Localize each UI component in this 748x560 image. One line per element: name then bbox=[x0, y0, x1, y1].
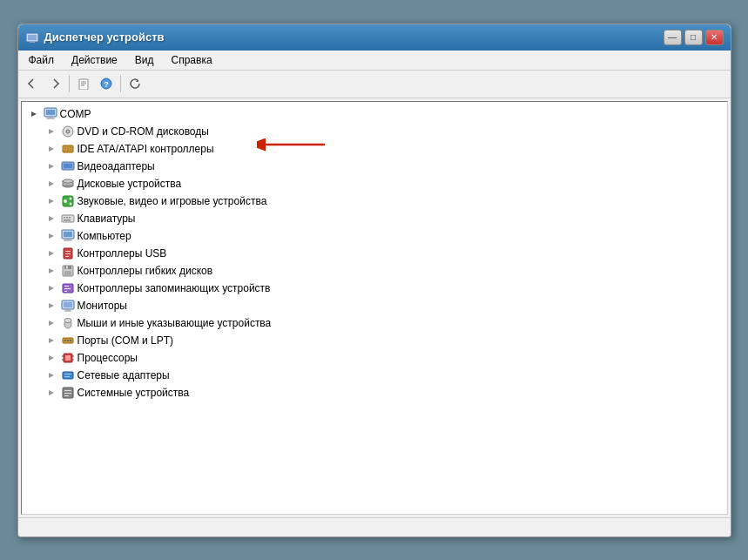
svg-marker-23 bbox=[49, 164, 54, 169]
tree-children: DVD и CD-ROM дисководы IDE ATA/ATAPI кон… bbox=[25, 123, 727, 401]
close-button[interactable]: ✕ bbox=[705, 30, 724, 45]
properties-button[interactable] bbox=[73, 73, 94, 94]
expand-arrow-2[interactable] bbox=[44, 159, 58, 173]
tree-node-2[interactable]: Видеоадаптеры bbox=[43, 158, 727, 175]
help-button[interactable]: ? bbox=[96, 73, 117, 94]
tree-node-1[interactable]: IDE ATA/ATAPI контроллеры bbox=[43, 140, 727, 158]
minimize-button[interactable]: — bbox=[664, 30, 682, 45]
expand-arrow-root[interactable] bbox=[27, 107, 41, 121]
svg-rect-49 bbox=[65, 253, 71, 254]
svg-rect-43 bbox=[64, 232, 72, 237]
tree-node-12[interactable]: Порты (COM и LPT) bbox=[43, 332, 727, 349]
svg-rect-63 bbox=[64, 302, 72, 307]
expand-arrow-3[interactable] bbox=[44, 177, 58, 191]
back-button[interactable] bbox=[22, 73, 43, 94]
expand-arrow-13[interactable] bbox=[44, 351, 58, 365]
svg-rect-3 bbox=[79, 79, 88, 90]
tree-node-11[interactable]: Мыши и иные указывающие устройства bbox=[43, 314, 727, 332]
svg-marker-61 bbox=[49, 303, 54, 308]
expand-arrow-11[interactable] bbox=[44, 316, 58, 330]
svg-rect-59 bbox=[64, 288, 71, 289]
tree-node-4[interactable]: Звуковые, видео и игровые устройства bbox=[43, 192, 727, 210]
svg-rect-90 bbox=[64, 395, 69, 396]
svg-rect-37 bbox=[64, 217, 65, 219]
item-label-9: Контроллеры запоминающих устройств bbox=[77, 282, 271, 294]
item-icon-6 bbox=[61, 229, 75, 243]
item-icon-14 bbox=[61, 368, 75, 382]
svg-rect-11 bbox=[46, 110, 55, 115]
tree-node-3[interactable]: Дисковые устройства bbox=[43, 175, 727, 192]
tree-node-15[interactable]: Системные устройства bbox=[43, 384, 727, 401]
svg-rect-88 bbox=[64, 390, 71, 391]
item-label-6: Компьютер bbox=[77, 230, 131, 242]
svg-point-17 bbox=[67, 131, 69, 132]
item-icon-3 bbox=[61, 177, 75, 191]
svg-marker-41 bbox=[49, 233, 54, 239]
window-icon bbox=[25, 30, 39, 44]
svg-marker-18 bbox=[49, 146, 54, 152]
device-tree-panel[interactable]: COMP DVD и CD-ROM дисководы IDE ATA/ATAP… bbox=[21, 101, 728, 515]
tree-node-10[interactable]: Мониторы bbox=[43, 297, 727, 314]
svg-rect-2 bbox=[30, 42, 35, 43]
tree-node-0[interactable]: DVD и CD-ROM дисководы bbox=[43, 123, 727, 140]
svg-marker-66 bbox=[49, 320, 54, 326]
svg-rect-36 bbox=[62, 215, 74, 222]
item-icon-8 bbox=[61, 264, 75, 278]
item-label-2: Видеоадаптеры bbox=[77, 160, 155, 172]
expand-arrow-6[interactable] bbox=[44, 229, 58, 243]
menu-view[interactable]: Вид bbox=[128, 52, 161, 68]
expand-arrow-1[interactable] bbox=[44, 142, 58, 156]
item-icon-10 bbox=[61, 299, 75, 313]
item-icon-0 bbox=[61, 125, 75, 138]
tree-node-14[interactable]: Сетевые адаптеры bbox=[43, 367, 727, 384]
svg-rect-83 bbox=[63, 372, 73, 379]
svg-marker-70 bbox=[49, 338, 54, 343]
expand-arrow-15[interactable] bbox=[44, 386, 58, 400]
svg-text:?: ? bbox=[104, 80, 109, 89]
root-label: COMP bbox=[60, 108, 91, 120]
toolbar-separator-1 bbox=[69, 75, 70, 92]
item-icon-15 bbox=[61, 386, 75, 400]
forward-button[interactable] bbox=[44, 73, 65, 94]
svg-rect-50 bbox=[65, 256, 69, 257]
expand-arrow-7[interactable] bbox=[44, 246, 58, 260]
svg-marker-46 bbox=[49, 251, 54, 256]
item-icon-9 bbox=[61, 281, 75, 295]
expand-arrow-8[interactable] bbox=[44, 264, 58, 278]
menu-file[interactable]: Файл bbox=[22, 52, 62, 68]
svg-rect-85 bbox=[64, 376, 70, 377]
tree-node-13[interactable]: Процессоры bbox=[43, 349, 727, 367]
item-label-7: Контроллеры USB bbox=[77, 247, 167, 260]
expand-arrow-9[interactable] bbox=[44, 281, 58, 295]
tree-node-7[interactable]: Контроллеры USB bbox=[43, 245, 727, 262]
menu-action[interactable]: Действие bbox=[64, 52, 125, 68]
svg-rect-44 bbox=[65, 239, 71, 240]
tree-root: COMP DVD и CD-ROM дисководы IDE ATA/ATAP… bbox=[22, 105, 727, 401]
refresh-button[interactable] bbox=[125, 73, 145, 94]
tree-node-root[interactable]: COMP bbox=[25, 105, 727, 123]
expand-arrow-12[interactable] bbox=[44, 334, 58, 347]
device-manager-window: Диспетчер устройств — □ ✕ Файл Действие … bbox=[17, 24, 731, 537]
svg-point-72 bbox=[64, 339, 65, 341]
tree-node-5[interactable]: Клавиатуры bbox=[43, 210, 727, 227]
expand-arrow-14[interactable] bbox=[44, 368, 58, 382]
item-label-14: Сетевые адаптеры bbox=[77, 369, 170, 381]
svg-rect-65 bbox=[64, 310, 71, 311]
titlebar: Диспетчер устройств — □ ✕ bbox=[18, 24, 731, 51]
expand-arrow-5[interactable] bbox=[44, 212, 58, 226]
statusbar bbox=[18, 517, 731, 536]
svg-rect-1 bbox=[28, 35, 37, 40]
maximize-button[interactable]: □ bbox=[684, 30, 703, 45]
svg-marker-9 bbox=[31, 111, 37, 117]
expand-arrow-0[interactable] bbox=[44, 125, 58, 138]
menu-help[interactable]: Справка bbox=[165, 52, 219, 68]
item-label-15: Системные устройства bbox=[77, 387, 190, 399]
expand-arrow-4[interactable] bbox=[44, 194, 58, 208]
toolbar-separator-2 bbox=[120, 75, 121, 92]
tree-node-6[interactable]: Компьютер bbox=[43, 227, 727, 245]
item-icon-4 bbox=[61, 194, 75, 208]
tree-node-9[interactable]: Контроллеры запоминающих устройств bbox=[43, 280, 727, 297]
expand-arrow-10[interactable] bbox=[44, 299, 58, 313]
item-icon-13 bbox=[61, 351, 75, 365]
tree-node-8[interactable]: Контроллеры гибких дисков bbox=[43, 262, 727, 280]
